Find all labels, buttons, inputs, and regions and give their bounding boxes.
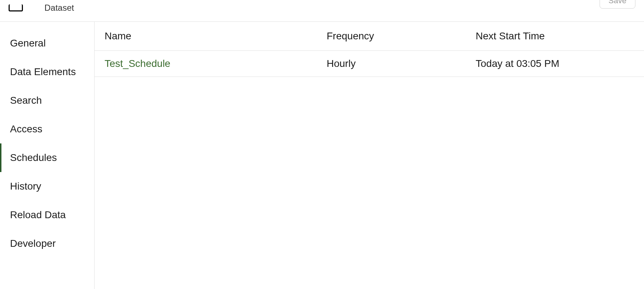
- save-button[interactable]: Save: [600, 0, 635, 9]
- column-header-next-start: Next Start Time: [476, 30, 634, 42]
- sidebar-item-label: History: [10, 181, 41, 192]
- header-left: Dataset: [9, 3, 74, 13]
- sidebar-item-access[interactable]: Access: [0, 115, 94, 143]
- sidebar-item-general[interactable]: General: [0, 29, 94, 58]
- column-header-frequency: Frequency: [327, 30, 476, 42]
- sidebar-item-developer[interactable]: Developer: [0, 229, 94, 258]
- main-content: Name Frequency Next Start Time Test_Sche…: [95, 22, 644, 289]
- header-subtitle: Dataset: [44, 3, 74, 13]
- schedule-name-link[interactable]: Test_Schedule: [105, 58, 170, 69]
- sidebar-item-label: Developer: [10, 238, 56, 249]
- sidebar-item-label: Access: [10, 123, 42, 134]
- sidebar-item-label: Schedules: [10, 152, 57, 163]
- sidebar-item-label: Data Elements: [10, 66, 76, 77]
- layout: General Data Elements Search Access Sche…: [0, 22, 644, 289]
- sidebar-item-label: Reload Data: [10, 209, 66, 220]
- sidebar-item-history[interactable]: History: [0, 172, 94, 201]
- sidebar: General Data Elements Search Access Sche…: [0, 22, 95, 289]
- dataset-icon: [9, 4, 23, 11]
- sidebar-item-data-elements[interactable]: Data Elements: [0, 58, 94, 86]
- sidebar-item-label: Search: [10, 95, 42, 106]
- sidebar-item-label: General: [10, 38, 46, 49]
- sidebar-item-search[interactable]: Search: [0, 86, 94, 115]
- schedule-next-start: Today at 03:05 PM: [476, 58, 634, 69]
- table-header: Name Frequency Next Start Time: [95, 22, 644, 51]
- column-header-name: Name: [105, 30, 327, 42]
- table-row: Test_Schedule Hourly Today at 03:05 PM: [95, 51, 644, 77]
- header: Dataset Save: [0, 0, 644, 22]
- schedule-frequency: Hourly: [327, 58, 476, 69]
- sidebar-item-reload-data[interactable]: Reload Data: [0, 201, 94, 229]
- sidebar-item-schedules[interactable]: Schedules: [0, 143, 94, 172]
